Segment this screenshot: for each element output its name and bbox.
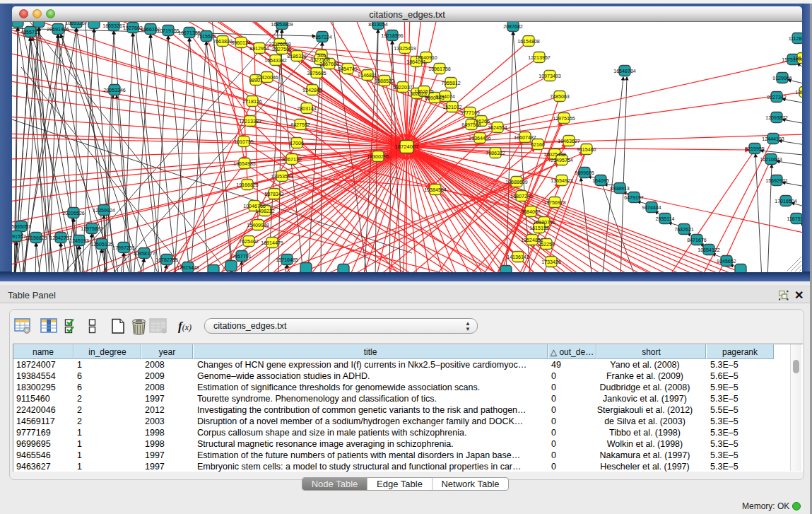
svg-text:18653267: 18653267: [65, 22, 88, 26]
svg-text:7955812: 7955812: [441, 81, 461, 86]
svg-text:9777169: 9777169: [460, 110, 480, 116]
svg-text:15692971: 15692971: [765, 178, 788, 184]
svg-text:17957255: 17957255: [112, 245, 135, 251]
svg-text:10025438: 10025438: [543, 152, 566, 158]
svg-text:7857224: 7857224: [312, 35, 332, 40]
svg-text:12975155: 12975155: [553, 116, 575, 122]
svg-text:98901: 98901: [249, 78, 263, 83]
svg-text:18653267: 18653267: [102, 23, 125, 29]
svg-text:8186328: 8186328: [287, 54, 307, 59]
svg-text:1362615: 1362615: [414, 89, 434, 95]
svg-text:9129966: 9129966: [772, 76, 792, 81]
svg-text:12093872: 12093872: [765, 115, 788, 121]
svg-text:1366409: 1366409: [795, 90, 802, 95]
svg-text:20691406: 20691406: [47, 27, 69, 33]
svg-text:8813054: 8813054: [368, 22, 388, 28]
svg-text:6479197: 6479197: [624, 195, 644, 201]
svg-text:5035051: 5035051: [12, 224, 31, 230]
svg-text:16543382: 16543382: [264, 58, 287, 64]
svg-text:16120746: 16120746: [533, 220, 555, 226]
svg-text:9227342: 9227342: [767, 95, 787, 100]
svg-text:1010755: 1010755: [234, 139, 254, 145]
svg-text:1615152: 1615152: [529, 226, 549, 231]
svg-text:3875685: 3875685: [307, 71, 326, 76]
svg-text:10973493: 10973493: [539, 74, 561, 79]
svg-text:12505135: 12505135: [90, 242, 113, 247]
svg-text:15409948: 15409948: [247, 223, 269, 228]
svg-text:2718126: 2718126: [242, 99, 262, 105]
svg-text:2087682: 2087682: [503, 24, 523, 30]
svg-text:18300295: 18300295: [367, 154, 389, 160]
svg-text:9242848: 9242848: [302, 88, 322, 93]
svg-text:16782759: 16782759: [155, 257, 178, 263]
svg-text:2935114: 2935114: [655, 216, 674, 222]
svg-text:8427552: 8427552: [290, 122, 310, 128]
svg-text:1391557: 1391557: [12, 234, 26, 240]
svg-text:7485063: 7485063: [550, 94, 570, 100]
svg-text:16853809: 16853809: [271, 22, 293, 28]
svg-text:3624554: 3624554: [488, 125, 507, 131]
svg-text:12213957: 12213957: [528, 55, 551, 61]
svg-text:9245652: 9245652: [717, 259, 736, 264]
svg-text:14136141: 14136141: [507, 255, 529, 260]
svg-text:7625402: 7625402: [239, 239, 259, 245]
svg-text:8215955: 8215955: [745, 146, 765, 152]
svg-text:15716485: 15716485: [276, 257, 298, 263]
svg-text:9327505: 9327505: [272, 47, 292, 52]
svg-text:8960124: 8960124: [231, 40, 251, 46]
svg-text:1621072: 1621072: [442, 105, 462, 110]
svg-text:164095: 164095: [592, 178, 609, 184]
svg-text:9699695: 9699695: [575, 170, 594, 176]
svg-text:16210643: 16210643: [760, 157, 782, 163]
svg-text:12359924: 12359924: [93, 208, 115, 214]
svg-text:8938913: 8938913: [610, 186, 630, 192]
svg-text:13654923: 13654923: [551, 178, 573, 184]
svg-text:19218596: 19218596: [381, 33, 404, 39]
svg-text:10688609: 10688609: [505, 180, 528, 185]
svg-text:8471676: 8471676: [687, 238, 707, 243]
svg-text:1864093: 1864093: [793, 56, 802, 62]
svg-text:18724007: 18724007: [395, 144, 419, 150]
svg-text:21364436: 21364436: [469, 136, 491, 141]
svg-text:19654985: 19654985: [233, 161, 256, 167]
svg-text:17016504: 17016504: [775, 199, 797, 204]
svg-text:1245193: 1245193: [69, 238, 89, 244]
svg-text:16548784: 16548784: [613, 69, 636, 74]
svg-text:7632621: 7632621: [674, 227, 694, 233]
svg-text:17006: 17006: [290, 141, 304, 146]
svg-text:19384554: 19384554: [424, 187, 447, 193]
svg-text:5878342: 5878342: [264, 192, 284, 197]
svg-text:8267130: 8267130: [282, 157, 302, 163]
svg-text:16914479: 16914479: [261, 240, 283, 246]
svg-text:12923448: 12923448: [177, 265, 199, 271]
svg-text:12156829: 12156829: [25, 235, 47, 241]
svg-text:10719155: 10719155: [157, 28, 180, 34]
svg-text:1112841: 1112841: [789, 36, 802, 42]
svg-text:8454749: 8454749: [338, 66, 358, 72]
svg-text:1527602: 1527602: [123, 25, 143, 31]
svg-text:62160: 62160: [531, 142, 545, 148]
svg-text:13325419: 13325419: [394, 46, 416, 52]
svg-text:19166825: 19166825: [236, 182, 259, 188]
svg-text:16961758: 16961758: [428, 66, 451, 72]
svg-text:8912954: 8912954: [249, 46, 269, 52]
svg-text:10958177: 10958177: [133, 251, 155, 257]
svg-text:7663822: 7663822: [213, 39, 233, 45]
svg-text:9115460: 9115460: [577, 147, 596, 153]
svg-text:23495754: 23495754: [551, 158, 573, 163]
svg-text:13353593: 13353593: [271, 174, 293, 180]
svg-text:10607487: 10607487: [514, 135, 536, 141]
svg-text:1588520: 1588520: [375, 78, 394, 84]
svg-text:1498222: 1498222: [255, 209, 275, 214]
svg-text:9146821: 9146821: [358, 73, 377, 78]
svg-text:19756928: 19756928: [543, 200, 566, 206]
svg-text:19463627: 19463627: [558, 139, 580, 144]
svg-text:7986322: 7986322: [486, 151, 505, 156]
svg-text:12444193: 12444193: [762, 136, 784, 142]
svg-text:5822037: 5822037: [393, 85, 413, 90]
svg-text:16807249: 16807249: [510, 194, 533, 199]
svg-text:9084067: 9084067: [521, 209, 541, 215]
svg-text:252254: 252254: [538, 242, 555, 247]
svg-text:2803144: 2803144: [297, 106, 317, 112]
svg-text:1733426: 1733426: [541, 259, 561, 265]
